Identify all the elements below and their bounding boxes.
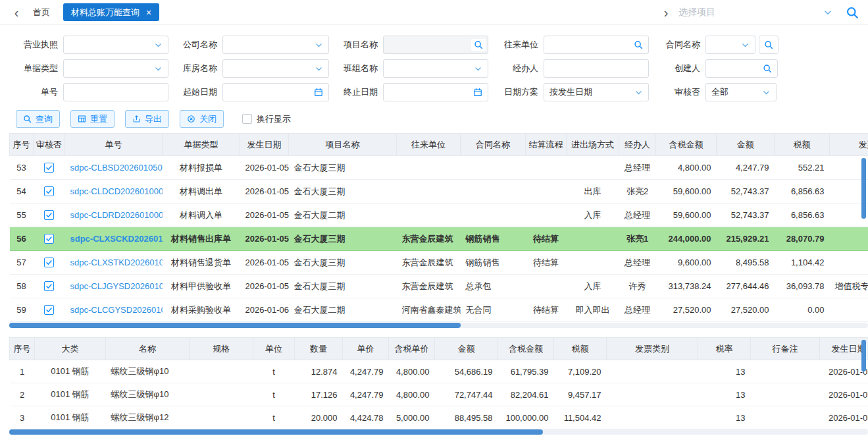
partner-unit-input[interactable] <box>544 36 649 54</box>
scrollbar-thumb[interactable] <box>9 429 543 435</box>
row-checkbox[interactable] <box>44 305 54 315</box>
cell: 277,644.46 <box>717 275 775 298</box>
doc-no-link[interactable]: sdpc-CLJGYSD20260105 <box>70 281 163 291</box>
cell <box>567 251 619 275</box>
column-header[interactable]: 金额 <box>717 134 775 156</box>
wrap-display-checkbox-group[interactable]: 换行显示 <box>242 113 291 125</box>
cell: 出库 <box>567 180 619 204</box>
start-date-input[interactable] <box>222 83 329 101</box>
contract-name-select[interactable] <box>705 36 755 54</box>
column-header[interactable]: 发生日期 <box>820 338 868 360</box>
column-header[interactable]: 数量 <box>295 338 343 360</box>
column-header[interactable]: 进出场方式 <box>567 134 619 156</box>
column-header[interactable]: 发票类别 <box>607 338 698 360</box>
warehouse-name-select[interactable] <box>222 59 329 78</box>
creator-input[interactable] <box>705 59 778 78</box>
cell: 58 <box>10 275 34 298</box>
doc-no-link[interactable]: sdpc-CLXSTKD20260105 <box>70 258 163 267</box>
column-header[interactable]: 单位 <box>253 338 295 360</box>
column-header[interactable]: 税率 <box>698 338 751 360</box>
column-header[interactable]: 单据类型 <box>163 134 240 156</box>
row-checkbox[interactable] <box>44 210 54 220</box>
vertical-scrollbar-detail[interactable] <box>861 340 866 371</box>
column-header[interactable]: 规格 <box>190 338 253 360</box>
filter-row-1: 营业执照公司名称项目名称往来单位合同名称 <box>9 36 868 54</box>
horizontal-scrollbar-detail[interactable] <box>9 429 868 435</box>
column-header[interactable]: 含税金额 <box>498 338 554 360</box>
column-header[interactable]: 大类 <box>35 338 106 360</box>
close-button[interactable]: 关闭 <box>180 110 224 128</box>
doc-no-link[interactable]: sdpc-CLDRD2026010000 <box>70 210 163 220</box>
row-checkbox[interactable] <box>44 234 54 244</box>
export-button[interactable]: 导出 <box>125 110 169 128</box>
query-button[interactable]: 查询 <box>16 110 60 128</box>
table-row[interactable]: 56sdpc-CLXSCKD20260105材料销售出库单2026-01-05金… <box>10 227 868 251</box>
column-header[interactable]: 序号 <box>10 338 35 360</box>
detail-table-container: 序号大类名称规格单位数量单价含税单价金额含税金额税额发票类别税率行备注发生日期1… <box>9 337 868 429</box>
column-header[interactable]: 发票类别 <box>830 134 868 156</box>
column-header[interactable]: 单号 <box>65 134 163 156</box>
column-header[interactable]: 税额 <box>554 338 607 360</box>
agent-input[interactable] <box>544 59 649 78</box>
doc-no-link[interactable]: sdpc-CLBSD2026010500 <box>70 163 163 173</box>
contract-name-search-button[interactable] <box>759 36 779 54</box>
end-date-input[interactable] <box>383 83 488 101</box>
doc-no-input[interactable] <box>63 83 168 101</box>
cell: 4,247.79 <box>343 383 389 406</box>
detail-row[interactable]: 30101 钢筋螺纹三级钢φ12t20.0004,424.785,000.008… <box>10 406 868 429</box>
column-header[interactable]: 单价 <box>343 338 389 360</box>
column-header[interactable]: 结算流程 <box>526 134 567 156</box>
company-name-select[interactable] <box>222 36 329 54</box>
doc-no-link[interactable]: sdpc-CLXSCKD20260105 <box>70 234 163 244</box>
scrollbar-thumb[interactable] <box>9 323 461 328</box>
project-select[interactable]: 选择项目 <box>673 3 838 22</box>
wrap-display-checkbox[interactable] <box>242 114 252 124</box>
doc-type-select[interactable] <box>63 59 168 78</box>
column-header[interactable]: 审核否 <box>34 134 65 156</box>
row-checkbox[interactable] <box>44 186 54 196</box>
table-row[interactable]: 58sdpc-CLJGYSD20260105材料甲供验收单2026-01-05金… <box>10 275 868 298</box>
back-icon[interactable]: ‹ <box>9 6 24 19</box>
tab-material-ledger-query[interactable]: 材料总账万能查询 × <box>63 3 159 21</box>
row-checkbox[interactable] <box>44 258 54 267</box>
table-row[interactable]: 53sdpc-CLBSD2026010500材料报损单2026-01-05金石大… <box>10 156 868 180</box>
column-header[interactable]: 经办人 <box>619 134 656 156</box>
column-header[interactable]: 项目名称 <box>289 134 397 156</box>
column-header[interactable]: 序号 <box>10 134 34 156</box>
filter-row-2: 单据类型库房名称班组名称经办人创建人 <box>9 59 868 78</box>
close-icon[interactable]: × <box>146 8 151 17</box>
team-name-select[interactable] <box>383 59 488 78</box>
project-name-input[interactable] <box>383 36 488 54</box>
reset-button[interactable]: 重置 <box>70 110 115 128</box>
column-header[interactable]: 税额 <box>775 134 830 156</box>
column-header[interactable]: 发生日期 <box>240 134 289 156</box>
search-icon[interactable] <box>846 6 859 19</box>
table-row[interactable]: 59sdpc-CLCGYSD20260106材料采购验收单2026-01-06金… <box>10 298 868 322</box>
row-checkbox[interactable] <box>44 281 54 291</box>
audit-status-select[interactable]: 全部 <box>705 83 777 101</box>
doc-no-link[interactable]: sdpc-CLDCD2026010000 <box>70 186 163 196</box>
vertical-scrollbar-main[interactable] <box>861 158 866 219</box>
column-header[interactable]: 金额 <box>435 338 498 360</box>
horizontal-scrollbar-main[interactable] <box>9 323 868 328</box>
doc-no-link[interactable]: sdpc-CLCGYSD20260106 <box>70 305 163 315</box>
column-header[interactable]: 行备注 <box>751 338 820 360</box>
table-row[interactable]: 55sdpc-CLDRD2026010000材料调入单2026-01-05金石大… <box>10 204 868 227</box>
column-header[interactable]: 含税单价 <box>389 338 435 360</box>
search-icon <box>23 115 32 123</box>
table-row[interactable]: 54sdpc-CLDCD2026010000材料调出单2026-01-05金石大… <box>10 180 868 204</box>
column-header[interactable]: 名称 <box>106 338 190 360</box>
detail-row[interactable]: 10101 钢筋螺纹三级钢φ10t12.8744,247.794,800.005… <box>10 360 868 383</box>
cell: 59,600.00 <box>656 180 717 204</box>
date-scheme-select[interactable]: 按发生日期 <box>544 83 649 101</box>
forward-icon[interactable]: › <box>659 6 673 19</box>
detail-row[interactable]: 20101 钢筋螺纹三级钢φ10t17.1264,247.794,800.007… <box>10 383 868 406</box>
row-checkbox[interactable] <box>44 163 54 173</box>
cell: 5,000.00 <box>389 406 435 429</box>
tab-home[interactable]: 首页 <box>33 7 50 18</box>
column-header[interactable]: 往来单位 <box>397 134 461 156</box>
column-header[interactable]: 合同名称 <box>461 134 526 156</box>
column-header[interactable]: 含税金额 <box>656 134 717 156</box>
business-license-select[interactable] <box>63 36 168 54</box>
table-row[interactable]: 57sdpc-CLXSTKD20260105材料销售退货单2026-01-05金… <box>10 251 868 275</box>
